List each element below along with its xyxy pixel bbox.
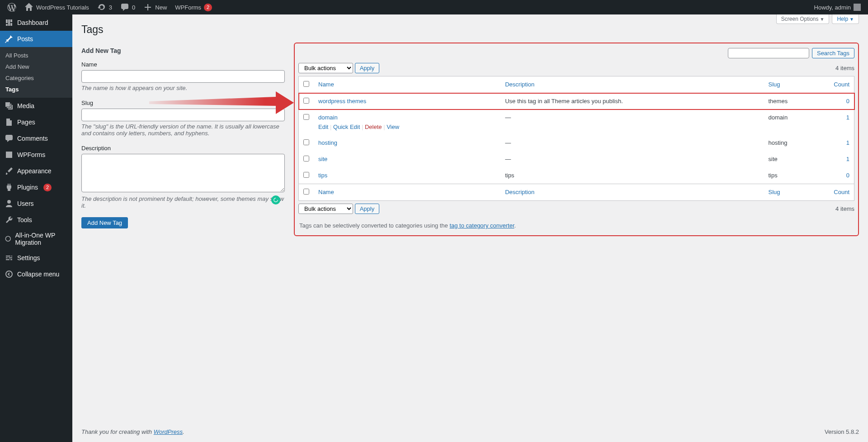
admin-toolbar: WordPress Tutorials 3 0 New WPForms2 How… [0, 0, 868, 14]
tag-count-link[interactable]: 1 [846, 114, 849, 121]
submenu-add-new[interactable]: Add New [0, 61, 72, 72]
slug-input[interactable] [81, 109, 285, 121]
tag-count-link[interactable]: 0 [846, 98, 849, 105]
submenu-tags[interactable]: Tags [0, 84, 72, 95]
table-row: site — site 1 [299, 151, 854, 167]
tag-count-link[interactable]: 1 [846, 156, 849, 162]
row-checkbox[interactable] [303, 114, 309, 120]
plus-icon [143, 3, 152, 12]
menu-users[interactable]: Users [0, 195, 72, 212]
tag-name-link[interactable]: wordpress themes [318, 98, 366, 105]
col-description-foot[interactable]: Description [500, 184, 764, 201]
account-menu[interactable]: Howdy, admin [811, 0, 864, 14]
col-name-foot[interactable]: Name [314, 184, 500, 201]
menu-appearance[interactable]: Appearance [0, 163, 72, 179]
form-heading: Add New Tag [81, 47, 285, 54]
tag-slug: domain [764, 109, 823, 135]
collapse-menu[interactable]: Collapse menu [0, 266, 72, 282]
screen-meta-links: Screen Options▼ Help▼ [776, 14, 859, 24]
wordpress-link[interactable]: WordPress [154, 428, 183, 435]
menu-migration[interactable]: All-in-One WP Migration [0, 228, 72, 250]
screen-options-button[interactable]: Screen Options▼ [776, 14, 830, 24]
tag-description: Use this tag in all Theme articles you p… [500, 93, 764, 110]
apply-button-top[interactable]: Apply [355, 63, 380, 73]
new-label: New [155, 4, 167, 11]
comments-count: 0 [132, 4, 135, 11]
select-all-top[interactable] [303, 81, 309, 87]
wpforms-link[interactable]: WPForms2 [171, 0, 216, 14]
help-button[interactable]: Help▼ [832, 14, 859, 24]
wp-logo-menu[interactable] [4, 0, 20, 14]
site-name-link[interactable]: WordPress Tutorials [21, 0, 93, 14]
home-icon [24, 3, 33, 12]
updates-link[interactable]: 3 [94, 0, 116, 14]
menu-plugins[interactable]: Plugins2 [0, 179, 72, 195]
menu-tools[interactable]: Tools [0, 212, 72, 228]
col-name[interactable]: Name [314, 76, 500, 93]
migration-icon [5, 234, 12, 243]
select-all-bottom[interactable] [303, 189, 309, 195]
submenu-categories[interactable]: Categories [0, 72, 72, 84]
menu-wpforms[interactable]: WPForms [0, 147, 72, 163]
dashboard-icon [5, 18, 14, 27]
svg-point-1 [6, 271, 12, 277]
tag-name-link[interactable]: site [318, 156, 327, 162]
row-checkbox[interactable] [303, 172, 309, 178]
caret-down-icon: ▼ [820, 17, 825, 22]
menu-media[interactable]: Media [0, 98, 72, 114]
form-icon [5, 150, 14, 159]
add-new-tag-button[interactable]: Add New Tag [81, 217, 128, 228]
comment-icon [120, 3, 129, 12]
wrench-icon [5, 215, 14, 224]
tag-name-link[interactable]: hosting [318, 139, 337, 146]
edit-link[interactable]: Edit [318, 124, 328, 130]
description-description: The description is not prominent by defa… [81, 195, 285, 209]
row-checkbox[interactable] [303, 156, 309, 162]
tags-table: Name Description Slug Count wordpress th… [298, 76, 854, 201]
table-row: domain Edit | Quick Edit | Delete | View… [299, 109, 854, 135]
row-checkbox[interactable] [303, 98, 309, 104]
row-checkbox[interactable] [303, 139, 309, 145]
grammarly-icon[interactable] [271, 195, 280, 204]
menu-dashboard[interactable]: Dashboard [0, 14, 72, 31]
add-tag-form: Add New Tag Name The name is how it appe… [81, 43, 285, 236]
search-tags-input[interactable] [728, 48, 809, 58]
col-count[interactable]: Count [823, 76, 854, 93]
col-description[interactable]: Description [500, 76, 764, 93]
comments-link[interactable]: 0 [117, 0, 139, 14]
tag-description: — [500, 109, 764, 135]
view-link[interactable]: View [387, 124, 399, 130]
tag-slug: site [764, 151, 823, 167]
name-label: Name [81, 61, 285, 68]
name-input[interactable] [81, 70, 285, 83]
description-textarea[interactable] [81, 154, 285, 192]
menu-comments[interactable]: Comments [0, 130, 72, 147]
col-slug-foot[interactable]: Slug [764, 184, 823, 201]
menu-pages[interactable]: Pages [0, 114, 72, 130]
tag-converter-link[interactable]: tag to category converter [449, 222, 514, 229]
submenu-all-posts[interactable]: All Posts [0, 50, 72, 61]
page-title: Tags [81, 14, 859, 43]
site-name: WordPress Tutorials [36, 4, 89, 11]
tag-description: — [500, 151, 764, 167]
bulk-actions-select-bottom[interactable]: Bulk actions [298, 204, 353, 214]
menu-posts[interactable]: Posts [0, 31, 72, 47]
delete-link[interactable]: Delete [365, 124, 382, 130]
quick-edit-link[interactable]: Quick Edit [333, 124, 360, 130]
brush-icon [5, 166, 14, 176]
new-content-link[interactable]: New [140, 0, 170, 14]
tag-name-link[interactable]: domain [318, 114, 338, 121]
tag-count-link[interactable]: 0 [846, 172, 849, 179]
apply-button-bottom[interactable]: Apply [355, 204, 380, 214]
tag-name-link[interactable]: tips [318, 172, 327, 179]
slug-description: The "slug" is the URL-friendly version o… [81, 123, 285, 137]
menu-settings[interactable]: Settings [0, 250, 72, 266]
col-count-foot[interactable]: Count [823, 184, 854, 201]
search-tags-button[interactable]: Search Tags [812, 48, 854, 58]
tag-slug: themes [764, 93, 823, 110]
bulk-actions-select-top[interactable]: Bulk actions [298, 63, 353, 73]
tag-count-link[interactable]: 1 [846, 139, 849, 146]
col-slug[interactable]: Slug [764, 76, 823, 93]
slug-label: Slug [81, 100, 285, 106]
table-row: wordpress themes Use this tag in all The… [299, 93, 854, 110]
